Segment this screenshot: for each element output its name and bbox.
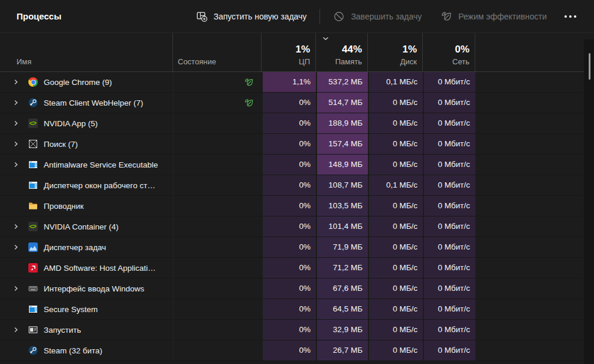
toolbar-separator	[319, 9, 320, 24]
disk-value: 0,1 МБ/с	[368, 175, 423, 195]
efficiency-leaf-icon	[244, 77, 254, 87]
process-row[interactable]: AMD Software: Host Applicati… 0% 71,2 МБ…	[0, 258, 594, 278]
row-filler	[475, 175, 594, 195]
network-value: 0 Мбит/с	[423, 278, 475, 299]
column-header-filler	[475, 33, 594, 71]
process-row[interactable]: NVIDIA Container (4) 0% 101,4 МБ 0 МБ/с …	[0, 217, 594, 237]
expand-chevron-icon[interactable]	[12, 79, 20, 85]
process-name-cell: AMD Software: Host Applicati…	[0, 258, 173, 278]
process-row[interactable]: Диспетчер окон рабочего ст… 0% 108,7 МБ …	[0, 175, 594, 196]
network-value: 0 Мбит/с	[423, 175, 475, 195]
process-row[interactable]: Диспетчер задач 0% 71,9 МБ 0 МБ/с 0 Мбит…	[0, 237, 594, 258]
memory-value: 514,7 МБ	[316, 93, 368, 113]
cpu-value: 0%	[262, 258, 316, 278]
broken-window-icon	[28, 139, 38, 149]
process-row[interactable]: Запустить 0% 32,9 МБ 0 МБ/с 0 Мбит/с	[0, 320, 594, 340]
task-manager-icon	[28, 242, 38, 252]
disk-value: 0 МБ/с	[368, 134, 423, 154]
column-cpu-label: ЦП	[299, 57, 310, 71]
end-task-button[interactable]: Завершить задачу	[324, 6, 431, 27]
system-window-icon	[28, 181, 38, 190]
column-header-status[interactable]: Состояние	[173, 33, 262, 71]
disk-value: 0 МБ/с	[368, 237, 423, 257]
run-new-task-label: Запустить новую задачу	[214, 12, 307, 21]
process-name-cell: Диспетчер задач	[0, 237, 173, 257]
process-name: Интерфейс ввода Windows	[44, 284, 144, 293]
process-row[interactable]: Antimalware Service Executable 0% 148,9 …	[0, 155, 594, 175]
process-row[interactable]: Secure System 0% 64,5 МБ 0 МБ/с 0 Мбит/с	[0, 299, 594, 320]
process-row[interactable]: Steam (32 бита) 0% 26,7 МБ 0 МБ/с 0 Мбит…	[0, 340, 594, 361]
ellipsis-dot	[569, 15, 572, 18]
expand-chevron-icon[interactable]	[12, 162, 20, 168]
column-header-cpu[interactable]: 1% ЦП	[262, 33, 316, 71]
column-header-network[interactable]: 0% Сеть	[423, 33, 475, 71]
run-dialog-icon	[28, 325, 38, 335]
process-name-cell: Antimalware Service Executable	[0, 155, 173, 175]
disk-value: 0 МБ/с	[368, 320, 423, 340]
memory-value: 71,9 МБ	[316, 237, 368, 257]
cpu-value: 0%	[262, 217, 316, 237]
disk-value: 0 МБ/с	[368, 155, 423, 175]
cpu-value: 0%	[262, 155, 316, 175]
column-divider	[173, 72, 174, 361]
process-row[interactable]: NVIDIA App (5) 0% 188,9 МБ 0 МБ/с 0 Мбит…	[0, 113, 594, 134]
process-status-cell	[173, 237, 262, 257]
column-memory-label: Память	[335, 57, 362, 71]
expand-chevron-icon[interactable]	[12, 224, 20, 229]
disk-value: 0 МБ/с	[368, 217, 423, 237]
process-name: AMD Software: Host Applicati…	[44, 264, 156, 273]
process-status-cell	[173, 72, 262, 92]
process-name-cell: Google Chrome (9)	[0, 72, 173, 92]
more-options-button[interactable]	[556, 6, 585, 27]
cpu-value: 0%	[262, 113, 316, 133]
process-name: Secure System	[44, 305, 98, 314]
disk-total-percent: 1%	[402, 44, 417, 55]
expand-chevron-icon[interactable]	[12, 141, 20, 147]
row-filler	[475, 93, 594, 113]
memory-value: 537,2 МБ	[316, 72, 368, 92]
expand-chevron-icon[interactable]	[12, 244, 20, 250]
process-row[interactable]: Проводник 0% 103,5 МБ 0 МБ/с 0 Мбит/с	[0, 196, 594, 217]
network-value: 0 Мбит/с	[423, 196, 475, 216]
memory-value: 64,5 МБ	[316, 299, 368, 319]
disk-value: 0 МБ/с	[368, 299, 423, 319]
memory-value: 71,2 МБ	[316, 258, 368, 278]
process-name: NVIDIA Container (4)	[44, 222, 119, 231]
process-name: NVIDIA App (5)	[44, 119, 98, 128]
column-header-disk[interactable]: 1% Диск	[368, 33, 423, 71]
expand-chevron-icon[interactable]	[12, 286, 20, 291]
memory-value: 32,9 МБ	[316, 320, 368, 340]
cpu-value: 0%	[262, 134, 316, 154]
network-value: 0 Мбит/с	[423, 299, 475, 319]
scrollbar-thumb[interactable]	[589, 53, 590, 80]
row-filler	[475, 320, 594, 340]
cpu-value: 0%	[262, 278, 316, 299]
process-status-cell	[173, 258, 262, 278]
expand-chevron-icon[interactable]	[12, 100, 20, 106]
cpu-value: 0%	[262, 320, 316, 340]
memory-total-percent: 44%	[342, 44, 362, 55]
efficiency-mode-button[interactable]: Режим эффективности	[431, 6, 556, 27]
column-network-label: Сеть	[452, 57, 469, 71]
disk-value: 0 МБ/с	[368, 258, 423, 278]
process-name: Поиск (7)	[44, 140, 78, 149]
network-total-percent: 0%	[455, 44, 469, 55]
process-list: Google Chrome (9) 1,1% 537,2 МБ 0,1 МБ/с…	[0, 72, 594, 361]
system-window-icon	[28, 304, 38, 314]
process-row[interactable]: Поиск (7) 0% 157,4 МБ 0 МБ/с 0 Мбит/с	[0, 134, 594, 155]
prohibited-circle-icon	[333, 11, 345, 22]
scrollbar-track[interactable]	[584, 40, 594, 364]
column-header-name[interactable]: Имя	[0, 33, 173, 71]
run-new-task-button[interactable]: Запустить новую задачу	[187, 6, 316, 27]
process-status-cell	[173, 196, 262, 216]
process-row[interactable]: Интерфейс ввода Windows 0% 67,6 МБ 0 МБ/…	[0, 278, 594, 299]
column-header-memory[interactable]: 44% Память	[316, 33, 368, 71]
process-status-cell	[173, 134, 262, 154]
system-window-icon	[28, 160, 38, 169]
row-filler	[475, 72, 594, 92]
process-row[interactable]: Google Chrome (9) 1,1% 537,2 МБ 0,1 МБ/с…	[0, 72, 594, 93]
row-filler	[475, 113, 594, 133]
expand-chevron-icon[interactable]	[12, 327, 20, 333]
process-row[interactable]: Steam Client WebHelper (7) 0% 514,7 МБ 0…	[0, 93, 594, 113]
expand-chevron-icon[interactable]	[12, 120, 20, 126]
